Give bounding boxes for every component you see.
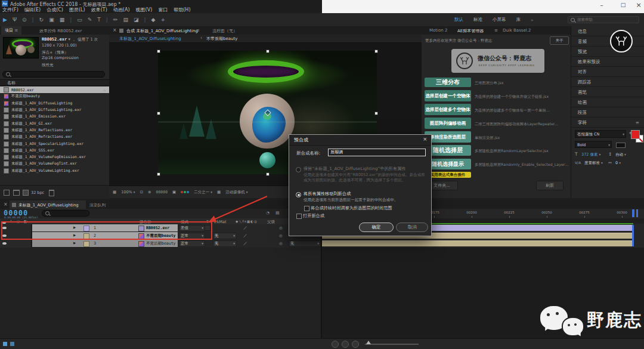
quality-switch[interactable]: ／ xyxy=(243,241,247,246)
layer-handle[interactable] xyxy=(374,112,378,115)
minimize-button[interactable]: – xyxy=(596,2,607,8)
pan-behind-tool-icon[interactable]: ▦ xyxy=(60,17,65,23)
quality-switch[interactable]: ／ xyxy=(243,226,247,231)
help-search-box[interactable]: 搜索帮助 xyxy=(568,16,639,23)
cancel-button[interactable]: 取消 xyxy=(396,223,428,232)
menu-composition[interactable]: 合成(C) xyxy=(47,7,63,13)
tab-render-queue[interactable]: 渲染队列 xyxy=(89,202,106,208)
script-button-layer-array[interactable]: 图层阵列偏移动画 xyxy=(425,118,471,129)
tab-duik[interactable]: Duik Bassel.2 xyxy=(503,28,531,33)
menu-window[interactable]: 窗口 xyxy=(158,7,168,13)
layer-label-chip[interactable] xyxy=(83,241,89,247)
layer-eye-icon[interactable] xyxy=(2,242,7,245)
snapshot-icon[interactable]: ▣ xyxy=(172,190,176,194)
move-attributes-radio[interactable] xyxy=(296,192,301,197)
eraser-tool-icon[interactable]: ◪ xyxy=(134,17,139,23)
script-button-null-multi[interactable]: 选择层创建多个空物体 xyxy=(425,104,471,115)
tracking-value[interactable]: 0 ▾ xyxy=(615,160,621,165)
timeline-search-box[interactable] xyxy=(42,210,89,217)
brush-tool-icon[interactable]: ✏ xyxy=(113,17,118,23)
panel-preview[interactable]: 预览 xyxy=(571,47,644,57)
adjust-duration-label[interactable]: 将合成持续时间调整为所选图层的时间范围 xyxy=(311,205,392,211)
panel-info[interactable]: 信息 xyxy=(571,26,644,36)
tab-project[interactable]: 项目 ≡ xyxy=(1,26,21,35)
workspace-default[interactable]: 默认 xyxy=(454,17,463,23)
graph-editor-icon[interactable]: ▤ xyxy=(275,211,280,215)
rotate-tool-icon[interactable]: ↻ xyxy=(39,17,44,23)
fill-color-swatch[interactable] xyxy=(631,130,640,139)
hand-tool-icon[interactable]: Ψ xyxy=(13,17,17,23)
parent-pickwhip-icon[interactable]: ◎ xyxy=(279,233,283,238)
workspace-library[interactable]: 库 xyxy=(516,17,521,23)
open-new-comp-label[interactable]: 打开新合成 xyxy=(303,213,324,219)
character-panel-menu-icon[interactable]: ≡ xyxy=(636,118,639,128)
menu-animation[interactable]: 动画(A) xyxy=(113,7,130,13)
project-item[interactable]: 未标题_1_AOV_Reflections.exr xyxy=(0,127,109,134)
panel-menu-icon[interactable]: ≡ xyxy=(14,28,18,33)
layer-handle[interactable] xyxy=(266,172,270,176)
font-style-dropdown[interactable]: Bold▾ xyxy=(575,141,612,148)
project-item[interactable]: 未标题_1_AOV_DiffuseLighting xyxy=(0,100,109,107)
breadcrumb-parent[interactable]: 不带后期beauty xyxy=(206,36,237,42)
project-item-selected[interactable]: RB0052.exr ∴ xyxy=(0,87,109,93)
blend-mode-dropdown[interactable]: 正常▾ xyxy=(179,240,205,247)
tab-composition[interactable]: 合成 未标题_1_AOV_DiffuseLighting xyxy=(126,28,198,34)
selection-tool-icon[interactable]: ▶ xyxy=(3,17,7,23)
menu-edit[interactable]: 编辑(E) xyxy=(24,7,41,13)
pen-tool-icon[interactable]: ✎ xyxy=(88,17,92,23)
project-search-box[interactable] xyxy=(2,71,105,78)
mask-toggle-icon[interactable]: ⊕ xyxy=(148,190,151,194)
text-tool-icon[interactable]: T xyxy=(97,17,101,23)
timeline-tab-close-icon[interactable]: × xyxy=(4,202,8,207)
timeline-zoom-slider[interactable] xyxy=(365,344,419,345)
layer-handle[interactable] xyxy=(374,50,378,53)
timeline-tab-label[interactable]: 未标题_1_AOV_DiffuseLighting xyxy=(18,202,79,208)
tab-script-manager[interactable]: AE脚本管理器 xyxy=(457,28,484,34)
panel-audio[interactable]: 音频 xyxy=(571,36,644,47)
comp-end-marker[interactable] xyxy=(632,209,634,217)
footer-toggle-icon[interactable] xyxy=(3,342,7,346)
layer-expand-icon[interactable]: ▶ xyxy=(73,241,76,245)
tab-effect-controls[interactable]: 效果控件 RB0052.exr xyxy=(39,28,107,34)
timeline-zoom-thumb[interactable] xyxy=(366,341,371,344)
panel-align[interactable]: 对齐 xyxy=(571,67,644,77)
close-button[interactable]: × xyxy=(633,1,644,9)
project-item[interactable]: 未标题_1_AOV_VolumeLighting.exr xyxy=(0,168,109,174)
panel-tracker[interactable]: 跟踪器 xyxy=(571,77,644,87)
project-item[interactable]: 未标题_1_AOV_VolumeFogTint.exr xyxy=(0,160,109,167)
frame-blend-toggle-icon[interactable] xyxy=(342,341,349,348)
footer-toggle-icon[interactable] xyxy=(10,342,14,346)
project-item[interactable]: 未标题_1_AOV_DiffuseLighting.exr xyxy=(0,107,109,113)
adjust-duration-checkbox[interactable] xyxy=(304,206,309,211)
dialog-close-icon[interactable]: × xyxy=(423,136,428,142)
project-item[interactable]: 未标题_1_AOV_SpecularLighting.exr xyxy=(0,140,109,147)
leading-value[interactable]: 自动 ▾ xyxy=(615,152,626,157)
new-folder-icon[interactable] xyxy=(13,190,20,196)
workspace-standard[interactable]: 标准 xyxy=(473,17,482,23)
about-button[interactable]: 关于 xyxy=(550,36,569,45)
dialog-title-bar[interactable]: 预合成 × xyxy=(289,135,431,146)
layer-handle[interactable] xyxy=(266,50,270,53)
panel-character[interactable]: 字符≡ xyxy=(571,118,644,128)
font-size-value[interactable]: 372 像素 ▾ xyxy=(581,152,600,157)
tab-motion2[interactable]: Motion 2 xyxy=(429,28,447,33)
parent-dropdown[interactable]: 无▾ xyxy=(289,240,321,247)
maximize-button[interactable]: □ xyxy=(618,2,628,8)
parent-pickwhip-icon[interactable]: ◎ xyxy=(279,226,283,230)
script-button-null-single[interactable]: 选择层创建一个空物体 xyxy=(425,90,471,101)
trash-icon[interactable] xyxy=(49,190,54,196)
font-family-dropdown[interactable]: 苍报腐蚀 CN▾ xyxy=(575,130,626,138)
rotobrush-tool-icon[interactable]: ◆ xyxy=(151,17,155,23)
panel-brushes[interactable]: 画笔 xyxy=(571,87,644,97)
trkmat-dropdown[interactable]: 无▾ xyxy=(213,233,237,239)
camera-tool-icon[interactable]: ▣ xyxy=(49,17,54,23)
script-button-3d-distribute[interactable]: 三维分布 xyxy=(425,78,471,87)
refresh-button[interactable]: 刷新 xyxy=(536,181,564,190)
viewer-timecode[interactable]: 00000 xyxy=(156,190,168,194)
panel-paint[interactable]: 绘画 xyxy=(571,97,644,107)
project-item[interactable]: 未标题_1_AOV_Refractions.exr xyxy=(0,134,109,140)
choose-grid-icon[interactable]: ⊡ xyxy=(140,190,143,194)
comp-tab-close-icon[interactable]: × xyxy=(113,27,117,33)
open-new-comp-checkbox[interactable] xyxy=(296,214,302,219)
kerning-value[interactable]: 度量标准 ▾ xyxy=(584,160,603,166)
